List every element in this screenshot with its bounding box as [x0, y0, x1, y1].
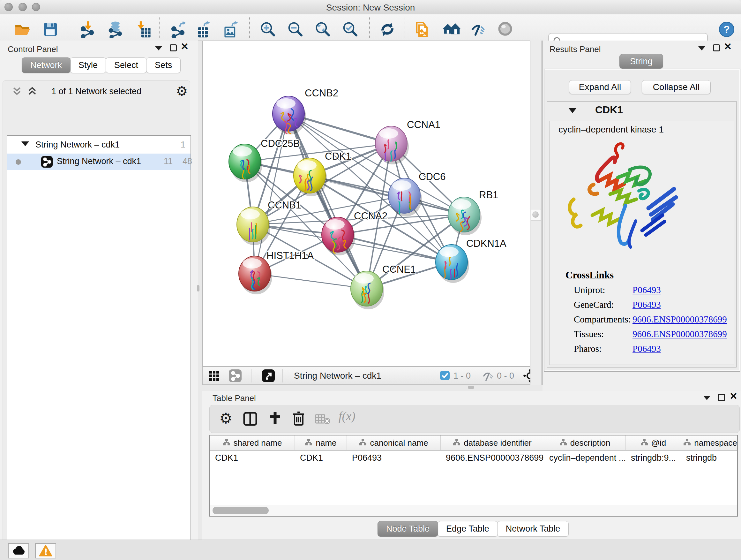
- column-header-name[interactable]: name: [295, 435, 347, 450]
- crosslink-link[interactable]: P06493: [632, 344, 661, 354]
- column-header--id[interactable]: @id: [626, 435, 681, 450]
- refresh-icon[interactable]: [377, 21, 398, 38]
- tab-select[interactable]: Select: [106, 57, 147, 73]
- home-icon[interactable]: [441, 21, 462, 38]
- open-session-icon[interactable]: [12, 21, 32, 38]
- tab-edge-table[interactable]: Edge Table: [437, 521, 498, 537]
- scrollbar-thumb[interactable]: [212, 507, 269, 514]
- delete-column-icon[interactable]: [291, 410, 306, 426]
- warnings-button[interactable]: [35, 543, 56, 558]
- save-session-icon[interactable]: [40, 21, 61, 38]
- export-image-icon[interactable]: [220, 21, 241, 38]
- delete-table-icon[interactable]: [315, 414, 331, 425]
- table-header-row[interactable]: shared namenamecanonical namedatabase id…: [210, 435, 737, 451]
- hide-selected-icon[interactable]: [468, 21, 489, 38]
- table-cell[interactable]: cyclin–dependent ...: [544, 451, 626, 465]
- copy-network-icon[interactable]: [412, 21, 432, 38]
- panel-float-icon[interactable]: [718, 394, 725, 401]
- left-splitter-handle[interactable]: [197, 285, 199, 292]
- network-collection-row[interactable]: String Network – cdk1 1: [7, 137, 191, 153]
- panel-close-icon[interactable]: ✕: [730, 393, 738, 400]
- panel-menu-icon[interactable]: [703, 396, 711, 400]
- network-canvas[interactable]: CCNB2CCNA1CDC25BCDK1CDC6RB1CCNB1CCNA2CDK…: [202, 41, 530, 367]
- node-CCNE1[interactable]: CCNE1: [351, 264, 416, 309]
- table-cell[interactable]: CDK1: [210, 451, 295, 465]
- cloud-button[interactable]: [8, 543, 29, 558]
- export-table-icon[interactable]: [193, 21, 213, 38]
- table-horizontal-scrollbar[interactable]: [210, 505, 737, 516]
- horizontal-splitter-handle[interactable]: [468, 386, 474, 389]
- column-header-database-identifier[interactable]: database identifier: [441, 435, 544, 450]
- open-in-window-icon[interactable]: [262, 369, 275, 382]
- add-column-icon[interactable]: [268, 411, 282, 426]
- zoom-fit-icon[interactable]: [313, 21, 333, 38]
- crosslink-label: Compartments:: [574, 314, 631, 324]
- tab-string[interactable]: String: [619, 54, 663, 69]
- panel-close-icon[interactable]: ✕: [181, 43, 189, 50]
- network-badge-icon[interactable]: [229, 369, 242, 382]
- function-builder-icon[interactable]: f(x): [339, 409, 355, 423]
- hidden-counts: 0 - 0: [497, 371, 514, 381]
- node-CCNB2[interactable]: CCNB2: [273, 87, 338, 134]
- help-icon[interactable]: ?: [718, 21, 736, 38]
- column-header-namespace[interactable]: namespace: [681, 435, 738, 450]
- collection-expander-icon[interactable]: [21, 141, 29, 146]
- zoom-selected-icon[interactable]: [340, 21, 360, 38]
- tab-network-table[interactable]: Network Table: [497, 521, 569, 537]
- node-CDKN1A[interactable]: CDKN1A: [435, 238, 507, 283]
- crosslink-link[interactable]: P06493: [632, 300, 661, 310]
- show-columns-icon[interactable]: [243, 412, 258, 426]
- network-options-gear-icon[interactable]: ⚙: [176, 83, 188, 99]
- hidden-eye-icon[interactable]: [482, 371, 494, 381]
- network-selection-status: 1 of 1 Network selected: [3, 86, 190, 97]
- protein-structure-image[interactable]: [563, 139, 685, 262]
- node-section-header[interactable]: CDK1: [547, 102, 736, 119]
- node-CDK1[interactable]: CDK1: [293, 151, 351, 196]
- tab-style[interactable]: Style: [70, 57, 106, 73]
- table-cell[interactable]: P06493: [347, 451, 441, 465]
- expand-all-button[interactable]: Expand All: [569, 80, 631, 94]
- export-network-icon[interactable]: [169, 21, 189, 38]
- panel-menu-icon[interactable]: [698, 46, 705, 51]
- string-network-graph[interactable]: CCNB2CCNA1CDC25BCDK1CDC6RB1CCNB1CCNA2CDK…: [203, 41, 530, 366]
- table-row[interactable]: CDK1CDK1P064939606.ENSP00000378699cyclin…: [210, 451, 737, 465]
- panel-menu-icon[interactable]: [155, 46, 162, 51]
- table-cell[interactable]: CDK1: [295, 451, 347, 465]
- network-row[interactable]: String Network – cdk1 11 48: [7, 153, 191, 170]
- import-network-icon[interactable]: [78, 21, 98, 38]
- panel-float-icon[interactable]: [713, 44, 720, 51]
- network-view-title: String Network – cdk1: [294, 371, 381, 381]
- panel-float-icon[interactable]: [170, 44, 177, 51]
- collapse-all-button[interactable]: Collapse All: [642, 80, 711, 94]
- birdseye-icon[interactable]: [495, 21, 515, 38]
- import-table-icon[interactable]: [133, 21, 153, 38]
- column-header-shared-name[interactable]: shared name: [210, 435, 295, 450]
- crosslink-link[interactable]: 9606.ENSP00000378699: [632, 329, 727, 339]
- zoom-out-icon[interactable]: [285, 21, 306, 38]
- grid-view-icon[interactable]: [209, 371, 219, 381]
- node-HIST1H1A[interactable]: HIST1H1A: [239, 250, 314, 294]
- node-CCNA1[interactable]: CCNA1: [375, 119, 441, 165]
- import-database-icon[interactable]: [106, 21, 126, 38]
- toolbar-separator: [405, 17, 405, 38]
- crosslink-link[interactable]: 9606.ENSP00000378699: [632, 314, 727, 325]
- column-header-canonical-name[interactable]: canonical name: [347, 435, 441, 450]
- table-cell[interactable]: stringdb: [681, 451, 738, 465]
- panel-close-icon[interactable]: ✕: [724, 43, 732, 50]
- right-splitter-handle[interactable]: [531, 209, 541, 221]
- section-expander-icon[interactable]: [568, 108, 577, 113]
- table-settings-gear-icon[interactable]: ⚙: [219, 410, 232, 427]
- node-RB1[interactable]: RB1: [448, 189, 498, 235]
- tab-network[interactable]: Network: [22, 57, 71, 73]
- tab-sets[interactable]: Sets: [146, 57, 181, 73]
- string-results-box: Expand All Collapse All CDK1 cyclin–depe…: [544, 69, 740, 372]
- tab-node-table[interactable]: Node Table: [378, 521, 438, 537]
- table-cell[interactable]: 9606.ENSP00000378699: [441, 451, 544, 465]
- table-cell[interactable]: stringdb:9...: [626, 451, 681, 465]
- crosslink-link[interactable]: P06493: [632, 285, 661, 295]
- zoom-in-icon[interactable]: [258, 21, 278, 38]
- node-CDC6[interactable]: CDC6: [388, 171, 446, 216]
- column-header-description[interactable]: description: [544, 435, 626, 450]
- node-CDC25B[interactable]: CDC25B: [229, 138, 300, 182]
- selected-checkbox-icon[interactable]: [440, 371, 450, 380]
